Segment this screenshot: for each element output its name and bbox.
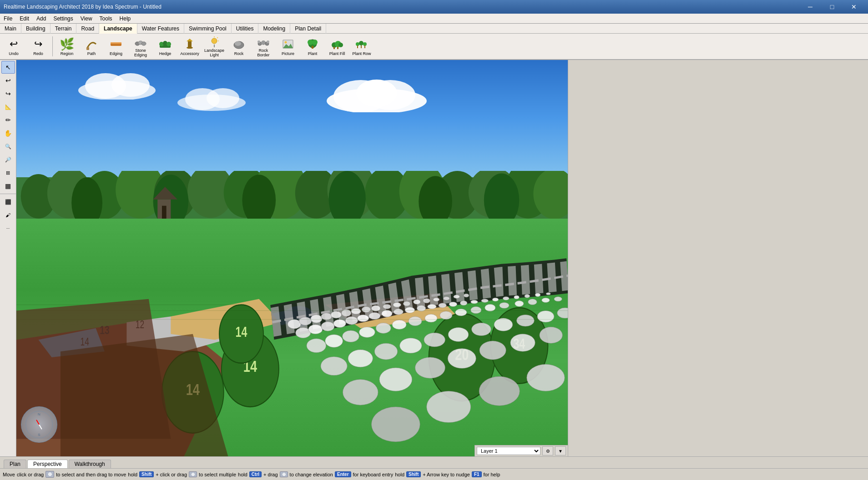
viewport[interactable]: 14 14 14 20 34 13 14 12 · xyxy=(16,60,568,456)
landscape-light-label: Landscape Light xyxy=(204,48,225,57)
undo-tool[interactable]: ↩ xyxy=(1,74,15,87)
statusbar: Move click or drag ⊕ to select and then … xyxy=(0,468,868,480)
tab-road[interactable]: Road xyxy=(76,24,99,34)
rock-icon xyxy=(232,37,246,51)
svg-point-120 xyxy=(321,322,334,331)
menu-add[interactable]: Add xyxy=(33,14,50,24)
svg-rect-0 xyxy=(86,47,89,50)
svg-point-147 xyxy=(409,316,422,326)
picture-label: Picture xyxy=(282,51,294,56)
zoom-in-tool[interactable]: 🔍 xyxy=(1,140,15,153)
left-toolbar: ↖ ↩ ↪ 📐 ✏ ✋ 🔍 🔎 ⊞ ▦ ⬛ 🖌 ··· xyxy=(0,60,16,456)
path-button[interactable]: Path xyxy=(80,35,103,58)
tab-plan[interactable]: Plan xyxy=(4,460,26,468)
svg-point-158 xyxy=(321,357,347,375)
compass: S N xyxy=(21,406,57,443)
tab-utilities[interactable]: Utilities xyxy=(232,24,259,34)
menu-file[interactable]: File xyxy=(0,14,16,24)
right-panel xyxy=(568,60,868,456)
svg-point-162 xyxy=(424,333,445,347)
layer-expand-button[interactable]: ▼ xyxy=(555,446,566,455)
svg-point-164 xyxy=(472,323,491,335)
plant-fill-icon xyxy=(330,37,344,51)
title-text: Realtime Landscaping Architect 2018 by I… xyxy=(4,4,161,10)
rock-button[interactable]: Rock xyxy=(227,35,251,58)
plant-row-icon xyxy=(354,37,369,51)
menu-tools[interactable]: Tools xyxy=(96,14,116,24)
redo-button[interactable]: ↪ Redo xyxy=(26,35,50,58)
edging-label: Edging xyxy=(110,51,122,56)
svg-point-129 xyxy=(428,304,436,309)
select-tool[interactable]: ↖ xyxy=(1,61,15,74)
svg-rect-2 xyxy=(111,42,121,44)
picture-button[interactable]: Picture xyxy=(276,35,300,58)
svg-text:14: 14 xyxy=(236,324,248,340)
svg-point-127 xyxy=(405,307,414,313)
svg-point-142 xyxy=(325,335,343,347)
tab-water-features[interactable]: Water Features xyxy=(137,24,184,34)
zoom-out-tool[interactable]: 🔎 xyxy=(1,153,15,166)
layer-tool[interactable]: ⬛ xyxy=(1,195,15,208)
menu-view[interactable]: View xyxy=(77,14,96,24)
svg-point-177 xyxy=(427,391,471,422)
hedge-button[interactable]: Hedge xyxy=(153,35,177,58)
status-shift-key: Shift xyxy=(139,471,154,477)
svg-point-121 xyxy=(333,320,346,328)
more-tool[interactable]: ··· xyxy=(1,222,15,235)
tab-terrain[interactable]: Terrain xyxy=(50,24,77,34)
path-icon xyxy=(84,37,99,51)
status-arrow-nudge: + Arrow key to nudge xyxy=(423,472,470,477)
snap-tool[interactable]: ⊞ xyxy=(1,166,15,179)
draw-tool[interactable]: ✏ xyxy=(1,114,15,126)
rock-border-button[interactable]: Rock Border xyxy=(252,35,275,58)
svg-point-167 xyxy=(537,310,554,322)
tab-plan-detail[interactable]: Plan Detail xyxy=(290,24,326,34)
minimize-button[interactable]: ─ xyxy=(800,0,821,14)
plant-fill-label: Plant Fill xyxy=(329,51,345,56)
tab-main[interactable]: Main xyxy=(0,24,21,34)
landscape-light-icon xyxy=(207,35,222,48)
plant-button[interactable]: Plant xyxy=(301,35,324,58)
menu-help[interactable]: Help xyxy=(116,14,135,24)
landscape-scene-svg: 14 14 14 20 34 13 14 12 · xyxy=(16,60,568,456)
redo-tool[interactable]: ↪ xyxy=(1,87,15,100)
tab-landscape[interactable]: Landscape xyxy=(99,24,137,34)
paint-tool[interactable]: 🖌 xyxy=(1,209,15,221)
svg-point-34 xyxy=(338,43,343,47)
svg-point-149 xyxy=(440,311,452,320)
undo-icon: ↩ xyxy=(6,37,21,51)
menu-settings[interactable]: Settings xyxy=(50,14,76,24)
svg-point-161 xyxy=(400,338,422,353)
toolbar: ↩ Undo ↪ Redo 🌿 Region Path Edging Stone… xyxy=(0,34,868,60)
svg-point-114 xyxy=(433,298,439,301)
stone-edging-button[interactable]: Stone Edging xyxy=(129,35,152,58)
edging-button[interactable]: Edging xyxy=(104,35,128,58)
tab-walkthrough[interactable]: Walkthrough xyxy=(69,460,111,468)
landscape-tabbar: Main Building Terrain Road Landscape Wat… xyxy=(0,24,868,34)
tab-building[interactable]: Building xyxy=(21,24,50,34)
undo-button[interactable]: ↩ Undo xyxy=(2,35,25,58)
menu-edit[interactable]: Edit xyxy=(16,14,33,24)
layer-dropdown[interactable]: Layer 1 Layer 2 Layer 3 xyxy=(477,447,540,455)
svg-point-130 xyxy=(439,303,446,308)
tab-perspective[interactable]: Perspective xyxy=(27,460,68,468)
plant-row-button[interactable]: Plant Row xyxy=(350,35,373,58)
layer-settings-button[interactable]: ⚙ xyxy=(542,446,553,455)
status-select-multiple: to select multiple xyxy=(199,472,236,477)
pan-tool[interactable]: ✋ xyxy=(1,127,15,140)
svg-point-151 xyxy=(471,306,481,313)
tab-modeling[interactable]: Modeling xyxy=(258,24,290,34)
close-button[interactable]: ✕ xyxy=(843,0,864,14)
tab-swimming-pool[interactable]: Swimming Pool xyxy=(184,24,232,34)
grid-tool[interactable]: ▦ xyxy=(1,180,15,192)
maximize-button[interactable]: □ xyxy=(822,0,843,14)
accessory-button[interactable]: Accessory xyxy=(178,35,202,58)
region-button[interactable]: 🌿 Region xyxy=(55,35,79,58)
measure-tool[interactable]: 📐 xyxy=(1,100,15,113)
plant-fill-button[interactable]: Plant Fill xyxy=(325,35,349,58)
svg-point-23 xyxy=(257,40,260,43)
svg-point-170 xyxy=(379,368,412,391)
landscape-light-button[interactable]: Landscape Light xyxy=(202,35,226,58)
svg-point-134 xyxy=(481,299,489,303)
svg-rect-31 xyxy=(312,46,313,49)
